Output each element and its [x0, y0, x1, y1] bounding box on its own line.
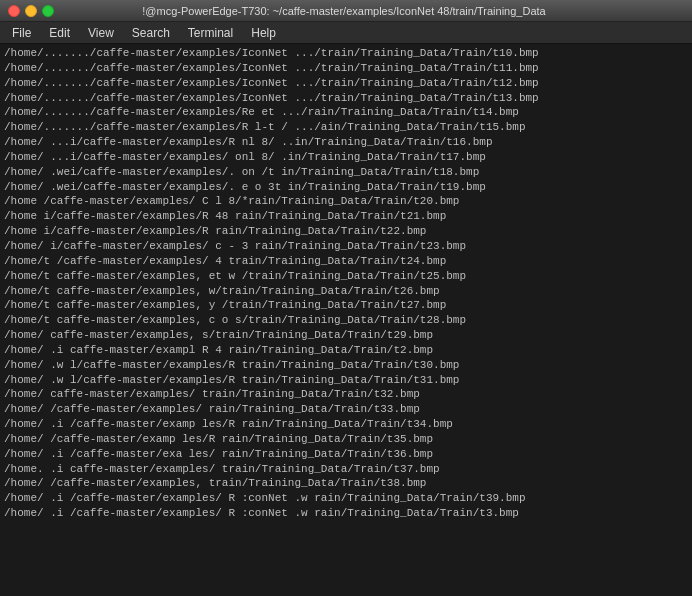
menu-edit[interactable]: Edit: [41, 24, 78, 42]
terminal-line: /home/......./caffe-master/examples/Icon…: [4, 76, 688, 91]
terminal-line: /home/ ...i/caffe-master/examples/R nl 8…: [4, 135, 688, 150]
terminal-line: /home/ .w l/caffe-master/examples/R trai…: [4, 358, 688, 373]
window-controls[interactable]: [8, 5, 54, 17]
terminal-line: /home /caffe-master/examples/ C l 8/*rai…: [4, 194, 688, 209]
terminal-line: /home/ .w l/caffe-master/examples/R trai…: [4, 373, 688, 388]
menu-view[interactable]: View: [80, 24, 122, 42]
terminal-line: /home/ /caffe-master/examples, train/Tra…: [4, 476, 688, 491]
terminal-line: /home/ .wei/caffe-master/examples/. on /…: [4, 165, 688, 180]
maximize-button[interactable]: [42, 5, 54, 17]
menu-search[interactable]: Search: [124, 24, 178, 42]
terminal-line: /home/......./caffe-master/examples/Re e…: [4, 105, 688, 120]
terminal-line: /home i/caffe-master/examples/R rain/Tra…: [4, 224, 688, 239]
terminal-line: /home/ i/caffe-master/examples/ c - 3 ra…: [4, 239, 688, 254]
terminal-line: /home/ .i caffe-master/exampl R 4 rain/T…: [4, 343, 688, 358]
terminal-line: /home/t caffe-master/examples, w/train/T…: [4, 284, 688, 299]
terminal-line: /home/ caffe-master/examples, s/train/Tr…: [4, 328, 688, 343]
terminal-line: /home/ ...i/caffe-master/examples/ onl 8…: [4, 150, 688, 165]
terminal-line: /home/ .wei/caffe-master/examples/. e o …: [4, 180, 688, 195]
menu-file[interactable]: File: [4, 24, 39, 42]
terminal-line: /home/ .i /caffe-master/examp les/R rain…: [4, 417, 688, 432]
window-title: !@mcg-PowerEdge-T730: ~/caffe-master/exa…: [54, 5, 634, 17]
terminal-line: /home/ caffe-master/examples/ train/Trai…: [4, 387, 688, 402]
minimize-button[interactable]: [25, 5, 37, 17]
terminal-line: /home/ .i /caffe-master/examples/ R :con…: [4, 506, 688, 521]
terminal-line: /home/t caffe-master/examples, y /train/…: [4, 298, 688, 313]
terminal-line: /home/......./caffe-master/examples/Icon…: [4, 46, 688, 61]
terminal-line: /home/ /caffe-master/examp les/R rain/Tr…: [4, 432, 688, 447]
menu-terminal[interactable]: Terminal: [180, 24, 241, 42]
menu-help[interactable]: Help: [243, 24, 284, 42]
title-bar: !@mcg-PowerEdge-T730: ~/caffe-master/exa…: [0, 0, 692, 22]
terminal-line: /home/......./caffe-master/examples/R l-…: [4, 120, 688, 135]
terminal-line: /home/ .i /caffe-master/examples/ R :con…: [4, 491, 688, 506]
close-button[interactable]: [8, 5, 20, 17]
terminal-line: /home/t caffe-master/examples, et w /tra…: [4, 269, 688, 284]
terminal-line: /home/t /caffe-master/examples/ 4 train/…: [4, 254, 688, 269]
terminal-line: /home/ .i /caffe-master/exa les/ rain/Tr…: [4, 447, 688, 462]
terminal-line: /home/......./caffe-master/examples/Icon…: [4, 91, 688, 106]
terminal-line: /home i/caffe-master/examples/R 48 rain/…: [4, 209, 688, 224]
terminal-line: /home/t caffe-master/examples, c o s/tra…: [4, 313, 688, 328]
menu-bar: File Edit View Search Terminal Help: [0, 22, 692, 44]
terminal-line: /home/ /caffe-master/examples/ rain/Trai…: [4, 402, 688, 417]
terminal-line: /home. .i caffe-master/examples/ train/T…: [4, 462, 688, 477]
terminal-content: /home/......./caffe-master/examples/Icon…: [0, 44, 692, 596]
terminal-line: /home/......./caffe-master/examples/Icon…: [4, 61, 688, 76]
